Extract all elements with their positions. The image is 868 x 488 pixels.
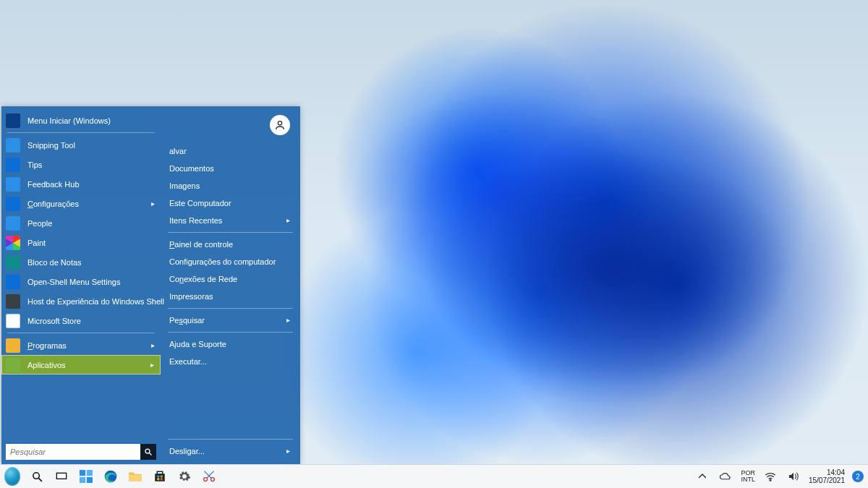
places-item[interactable]: Itens Recentes [165,212,296,229]
start-menu-right-column: alvar DocumentosImagensEste ComputadorIt… [161,106,300,464]
places-item[interactable]: Pesquisar [165,312,296,329]
pinned-app-item[interactable]: Menu Iniciar (Windows) [1,111,161,130]
pinned-app-item[interactable]: Aplicativos [1,355,161,374]
places-item-label: Este Computador [169,199,231,207]
menu-item-label: Snipping Tool [27,141,75,150]
places-item[interactable]: Impressoras [165,288,296,305]
menu-item-label: Configurações [27,200,79,208]
user-avatar[interactable] [270,115,290,135]
start-menu: Menu Iniciar (Windows)Snipping ToolTipsF… [1,106,300,464]
gear-icon [178,470,191,483]
menu-item-label: Aplicativos [27,361,66,369]
user-name-label: alvar [169,147,187,155]
date-label: 15/07/2021 [809,476,845,484]
language-indicator[interactable]: POR INTL [741,470,755,483]
places-item[interactable]: Ajuda e Suporte [165,335,296,353]
places-item-label: Painel de controle [169,240,233,249]
svg-point-21 [770,479,771,481]
edge-icon [103,469,118,484]
places-item-label: Conexões de Rede [169,275,237,283]
places-item[interactable]: Imagens [165,177,296,194]
clock[interactable]: 14:04 15/07/2021 [809,468,845,484]
palette-icon [6,236,20,250]
menu-item-label: Paint [27,239,46,247]
store-icon [153,470,166,483]
notepad-icon [6,255,20,270]
notif-count: 2 [856,473,860,481]
pinned-app-item[interactable]: Snipping Tool [1,135,161,155]
wifi-button[interactable] [762,468,778,484]
power-button[interactable]: Desligar... [165,442,296,460]
lightbulb-icon [6,158,20,172]
file-explorer-button[interactable] [127,468,143,484]
svg-point-3 [33,472,39,479]
snip-button[interactable] [201,468,217,484]
edge-button[interactable] [103,468,119,484]
places-item[interactable]: Este Computador [165,194,296,212]
places-item-label: Executar... [169,357,207,366]
svg-rect-16 [161,476,163,478]
store-button[interactable] [152,468,168,484]
start-tile-icon [6,114,20,128]
start-button[interactable] [4,468,20,484]
pinned-app-item[interactable]: Bloco de Notas [1,252,161,272]
search-button[interactable] [140,444,156,460]
widgets-button[interactable] [78,468,94,484]
search-input[interactable] [6,444,140,460]
settings-button[interactable] [176,468,192,484]
task-view-icon [56,471,67,481]
places-item[interactable]: Executar... [165,353,296,370]
user-name-item[interactable]: alvar [165,142,296,160]
user-icon [274,119,286,131]
notification-badge[interactable]: 2 [852,471,864,482]
gear-icon [6,197,20,211]
menu-item-label: Bloco de Notas [27,258,82,267]
menu-item-label: Tips [27,160,42,169]
menu-item-label: Menu Iniciar (Windows) [27,116,111,125]
task-view-button[interactable] [54,468,69,484]
speaker-icon [788,471,799,481]
shell-icon [6,275,20,289]
divider [7,333,155,333]
places-item-label: Pesquisar [169,316,205,325]
places-item-label: Ajuda e Suporte [169,340,226,348]
pinned-app-item[interactable]: People [1,213,161,233]
scissors-icon [6,138,20,153]
pinned-app-item[interactable]: Microsoft Store [1,311,161,330]
divider [168,439,293,440]
person-icon [6,177,20,192]
pinned-app-item[interactable]: Tips [1,155,161,174]
places-item[interactable]: Documentos [165,160,296,177]
pinned-app-item[interactable]: Paint [1,233,161,252]
pinned-app-item[interactable]: Open-Shell Menu Settings [1,272,161,291]
weather-button[interactable] [718,468,733,484]
svg-rect-8 [87,470,93,476]
svg-point-0 [145,449,150,453]
start-search-row [1,441,161,464]
places-item[interactable]: Configurações do computador [165,253,296,270]
taskbar-pinned [4,468,217,484]
pinned-apps-list: Menu Iniciar (Windows)Snipping ToolTipsF… [1,106,161,441]
shell-host-icon [6,294,20,309]
snip-icon [202,470,216,483]
magnifier-icon [31,471,43,483]
lang-bottom: INTL [741,476,755,483]
apps-folder-icon [6,358,20,372]
places-item[interactable]: Conexões de Rede [165,270,296,288]
volume-button[interactable] [786,468,801,484]
pinned-app-item[interactable]: Configurações [1,194,161,213]
divider [168,308,293,309]
tray-overflow-button[interactable] [694,468,710,484]
pinned-app-item[interactable]: Feedback Hub [1,174,161,194]
svg-rect-17 [157,478,159,480]
places-item-label: Itens Recentes [169,216,222,225]
pinned-app-item[interactable]: Host de Experiência do Windows Shell [1,291,161,311]
user-row [165,112,296,142]
pinned-app-item[interactable]: Programas [1,335,161,355]
menu-item-label: Open-Shell Menu Settings [27,278,120,286]
divider [168,232,293,233]
menu-item-label: Feedback Hub [27,180,80,189]
menu-item-label: People [27,219,52,228]
taskbar-search-button[interactable] [29,468,45,484]
places-item[interactable]: Painel de controle [165,236,296,253]
